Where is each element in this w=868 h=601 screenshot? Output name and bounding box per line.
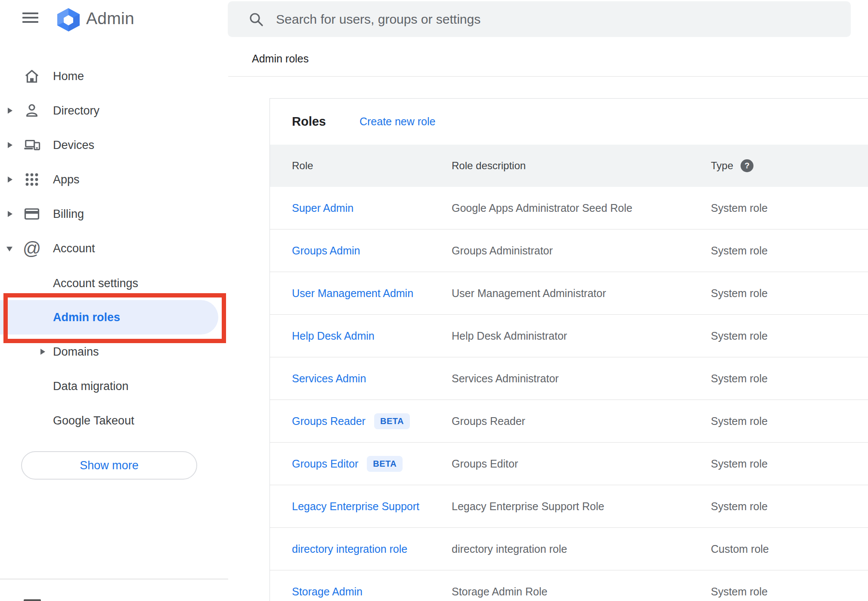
create-new-role-link[interactable]: Create new role xyxy=(360,115,435,128)
sidebar-item-data-migration[interactable]: Data migration xyxy=(0,369,228,403)
column-header-role: Role xyxy=(270,160,452,172)
chevron-right-icon xyxy=(8,177,12,183)
role-type: System role xyxy=(711,202,868,214)
sidebar-item-label: Google Takeout xyxy=(53,403,134,438)
role-link[interactable]: Services Admin xyxy=(292,372,366,385)
show-more-button[interactable]: Show more xyxy=(21,451,197,480)
table-header-row: Role Role description Type ? xyxy=(270,145,868,187)
role-type: System role xyxy=(711,287,868,300)
role-description: directory integration role xyxy=(452,543,711,555)
sidebar-item-label: Directory xyxy=(53,93,99,128)
chevron-right-icon xyxy=(8,211,12,217)
sidebar-item-label: Apps xyxy=(53,162,80,197)
role-type: System role xyxy=(711,372,868,385)
role-type: Custom role xyxy=(711,543,868,555)
role-description: Services Administrator xyxy=(452,372,711,385)
table-row: Storage Admin Storage Admin Role System … xyxy=(270,570,868,601)
menu-icon[interactable] xyxy=(22,12,38,23)
sidebar-item-label: Billing xyxy=(53,197,84,231)
card-header: Roles Create new role xyxy=(270,99,868,145)
sidebar-item-billing[interactable]: Billing xyxy=(0,197,228,231)
role-link[interactable]: Groups Admin xyxy=(292,245,360,257)
chevron-right-icon xyxy=(8,142,12,148)
role-description: Legacy Enterprise Support Role xyxy=(452,500,711,513)
role-type: System role xyxy=(711,458,868,470)
column-header-description: Role description xyxy=(452,160,711,172)
table-row: directory integration role directory int… xyxy=(270,528,868,570)
role-link[interactable]: Help Desk Admin xyxy=(292,330,375,342)
table-row: Groups Admin Groups Administrator System… xyxy=(270,229,868,272)
role-description: Storage Admin Role xyxy=(452,586,711,598)
sidebar-item-label: Admin roles xyxy=(53,300,120,335)
sidebar-item-label: Account settings xyxy=(53,266,138,300)
role-link[interactable]: Groups Reader xyxy=(292,415,366,428)
beta-badge: BETA xyxy=(367,456,403,472)
role-link[interactable]: Groups Editor xyxy=(292,458,358,470)
admin-logo-icon xyxy=(55,7,82,34)
table-row: Services Admin Services Administrator Sy… xyxy=(270,357,868,400)
home-icon xyxy=(23,68,40,85)
table-row: Help Desk Admin Help Desk Administrator … xyxy=(270,315,868,357)
table-row: Legacy Enterprise Support Legacy Enterpr… xyxy=(270,485,868,528)
role-description: Google Apps Administrator Seed Role xyxy=(452,202,711,214)
sidebar-item-label: Devices xyxy=(53,128,94,162)
role-description: User Management Administrator xyxy=(452,287,711,300)
chevron-right-icon xyxy=(40,349,45,355)
role-type: System role xyxy=(711,586,868,598)
search-icon xyxy=(248,12,264,27)
sidebar-item-apps[interactable]: Apps xyxy=(0,162,228,197)
partial-bottom-icon xyxy=(24,599,41,601)
breadcrumb: Admin roles xyxy=(252,53,309,65)
role-link[interactable]: directory integration role xyxy=(292,543,407,555)
sidebar-item-admin-roles[interactable]: Admin roles xyxy=(0,300,228,335)
sidebar-item-label: Home xyxy=(53,59,84,93)
sidebar-item-google-takeout[interactable]: Google Takeout xyxy=(0,403,228,438)
search-bar[interactable] xyxy=(228,1,851,37)
column-header-type: Type xyxy=(711,160,733,172)
table-row: Super Admin Google Apps Administrator Se… xyxy=(270,187,868,229)
role-description: Help Desk Administrator xyxy=(452,330,711,342)
role-type: System role xyxy=(711,330,868,342)
sidebar-item-devices[interactable]: Devices xyxy=(0,128,228,162)
chevron-right-icon xyxy=(8,108,12,114)
table-row: Groups Editor BETA Groups Editor System … xyxy=(270,443,868,485)
role-description: Groups Administrator xyxy=(452,245,711,257)
table-row: User Management Admin User Management Ad… xyxy=(270,272,868,315)
sidebar-item-label: Data migration xyxy=(53,369,129,403)
role-link[interactable]: User Management Admin xyxy=(292,287,413,300)
apps-grid-icon xyxy=(23,171,40,188)
sidebar-bottom-divider xyxy=(0,579,228,579)
help-icon[interactable]: ? xyxy=(741,159,753,172)
devices-icon xyxy=(23,136,40,154)
chevron-down-icon xyxy=(6,247,12,251)
table-row: Groups Reader BETA Groups Reader System … xyxy=(270,400,868,443)
role-type: System role xyxy=(711,500,868,513)
beta-badge: BETA xyxy=(374,413,410,429)
at-sign-icon: @ xyxy=(23,240,40,257)
role-link[interactable]: Super Admin xyxy=(292,202,353,214)
role-type: System role xyxy=(711,245,868,257)
sidebar-item-label: Domains xyxy=(53,335,99,369)
sidebar-item-account-settings[interactable]: Account settings xyxy=(0,266,228,300)
role-description: Groups Editor xyxy=(452,458,711,470)
credit-card-icon xyxy=(23,205,40,223)
sidebar-item-directory[interactable]: Directory xyxy=(0,93,228,128)
roles-card: Roles Create new role Role Role descript… xyxy=(270,98,868,601)
role-description: Groups Reader xyxy=(452,415,711,428)
sidebar-item-domains[interactable]: Domains xyxy=(0,335,228,369)
person-icon xyxy=(23,102,40,119)
header-divider xyxy=(228,76,868,77)
card-title: Roles xyxy=(292,115,326,129)
sidebar-item-home[interactable]: Home xyxy=(0,59,228,93)
role-type: System role xyxy=(711,415,868,428)
app-title: Admin xyxy=(86,9,134,28)
role-link[interactable]: Legacy Enterprise Support xyxy=(292,500,419,513)
role-link[interactable]: Storage Admin xyxy=(292,586,363,598)
sidebar-item-label: Account xyxy=(53,231,95,266)
search-input[interactable] xyxy=(275,12,838,27)
sidebar-item-account[interactable]: @ Account xyxy=(0,231,228,266)
